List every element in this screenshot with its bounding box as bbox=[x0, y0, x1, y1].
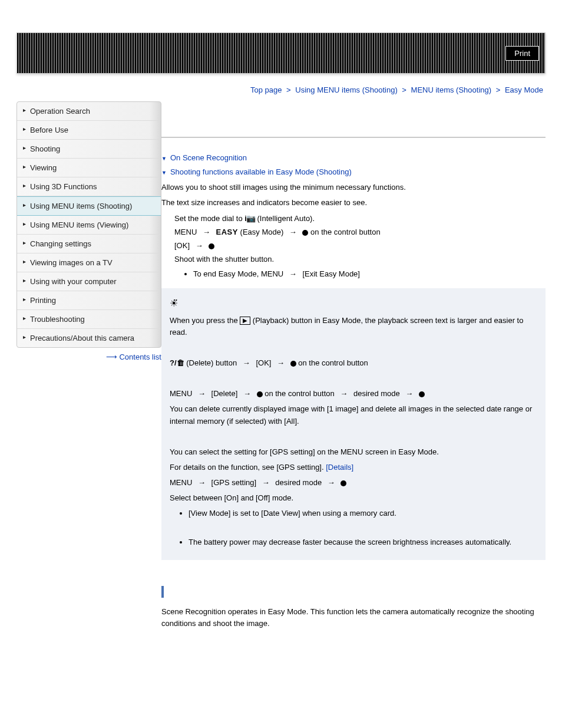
intro-line-1: Allows you to shoot still images using t… bbox=[161, 182, 546, 193]
center-button-icon bbox=[419, 391, 425, 397]
gps-line-2: For details on the function, see [GPS se… bbox=[170, 462, 537, 473]
sidebar-item[interactable]: Operation Search bbox=[17, 102, 161, 121]
intro-line-2: The text size increases and indicators b… bbox=[161, 197, 546, 209]
sidebar-item[interactable]: Using MENU items (Viewing) bbox=[17, 216, 161, 235]
center-button-icon bbox=[340, 480, 346, 486]
gps-bullet: [View Mode] is set to [Date View] when u… bbox=[189, 508, 537, 519]
gps-line-1: You can select the setting for [GPS sett… bbox=[170, 446, 537, 458]
arrow-right-icon: ⟶ bbox=[106, 353, 117, 361]
step-1: Set the mode dial to i📷 (Intelligent Aut… bbox=[174, 213, 546, 225]
step-3: [OK] bbox=[174, 240, 546, 252]
center-button-icon bbox=[290, 361, 296, 367]
tip-box: ☀̈ When you press the ▶ (Playback) butto… bbox=[161, 288, 546, 560]
gps-line-4: Select between [On] and [Off] mode. bbox=[170, 492, 537, 504]
easy-label-icon: EASY bbox=[216, 228, 238, 236]
header-banner: Print bbox=[16, 32, 546, 74]
center-button-icon bbox=[209, 243, 214, 249]
sidebar-item[interactable]: Viewing bbox=[17, 159, 161, 177]
tip-playback: When you press the ▶ (Playback) button i… bbox=[170, 315, 537, 338]
breadcrumb-top[interactable]: Top page bbox=[250, 85, 282, 94]
sidebar-item[interactable]: Precautions/About this camera bbox=[17, 329, 161, 347]
sidebar-item[interactable]: Using 3D Functions bbox=[17, 177, 161, 196]
contents-list-link[interactable]: ⟶ Contents list bbox=[16, 353, 161, 361]
sidebar-item[interactable]: Printing bbox=[17, 291, 161, 310]
step-4-bullet: To end Easy Mode, MENU [Exit Easy Mode] bbox=[193, 268, 546, 280]
playback-icon: ▶ bbox=[240, 317, 250, 325]
battery-bullet: The battery power may decrease faster be… bbox=[189, 536, 537, 548]
gps-line-3: MENU [GPS setting] desired mode bbox=[170, 477, 537, 489]
sidebar-item[interactable]: Before Use bbox=[17, 121, 161, 140]
sidebar-item[interactable]: Shooting bbox=[17, 140, 161, 159]
gps-details-link[interactable]: [Details] bbox=[326, 463, 353, 472]
breadcrumb-current: Easy Mode bbox=[505, 85, 543, 94]
anchor-shooting-functions[interactable]: Shooting functions available in Easy Mod… bbox=[161, 166, 546, 178]
intelligent-auto-icon: i📷 bbox=[244, 213, 255, 225]
sidebar-item[interactable]: Viewing images on a TV bbox=[17, 253, 161, 272]
tip-delete-explain: You can delete currently displayed image… bbox=[170, 403, 537, 427]
sidebar-item[interactable]: Changing settings bbox=[17, 235, 161, 253]
step-4: Shoot with the shutter button. bbox=[174, 253, 546, 265]
center-button-icon bbox=[302, 230, 308, 236]
print-button[interactable]: Print bbox=[505, 46, 539, 61]
breadcrumb-l2[interactable]: Using MENU items (Shooting) bbox=[295, 85, 397, 94]
tip-delete-button: ?/🗑 (Delete) button [OK] on the control … bbox=[170, 357, 537, 369]
sidebar-nav: Operation SearchBefore UseShootingViewin… bbox=[16, 101, 161, 348]
center-button-icon bbox=[257, 391, 263, 397]
breadcrumb-l3[interactable]: MENU items (Shooting) bbox=[411, 85, 492, 94]
sidebar-item[interactable]: Troubleshooting bbox=[17, 310, 161, 329]
section-header-bar bbox=[161, 586, 546, 598]
hint-icon: ☀̈ bbox=[170, 297, 537, 311]
scene-recognition-text: Scene Recognition operates in Easy Mode.… bbox=[161, 606, 546, 630]
main-content: On Scene Recognition Shooting functions … bbox=[161, 101, 546, 633]
step-2: MENU EASY (Easy Mode) on the control but… bbox=[174, 226, 546, 238]
sidebar-item[interactable]: Using MENU items (Shooting) bbox=[17, 196, 161, 216]
divider bbox=[161, 137, 546, 138]
tip-menu-delete: MENU [Delete] on the control button desi… bbox=[170, 388, 537, 400]
delete-icon: ?/🗑 bbox=[170, 358, 184, 367]
anchor-scene-recognition[interactable]: On Scene Recognition bbox=[161, 152, 546, 164]
breadcrumb: Top page > Using MENU items (Shooting) >… bbox=[16, 85, 543, 94]
sidebar-item[interactable]: Using with your computer bbox=[17, 272, 161, 291]
